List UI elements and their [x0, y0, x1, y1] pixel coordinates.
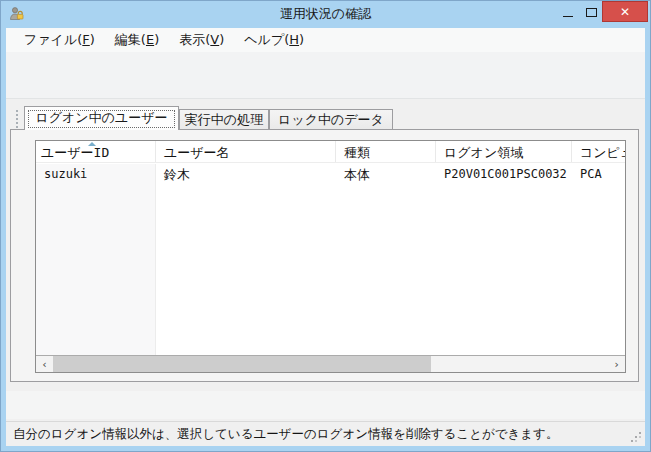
menu-file[interactable]: ファイル(F) [14, 28, 105, 52]
toolbar: ✕ 閉じる 更新 × 削除 ? ヘルプ [6, 52, 645, 99]
list-body: suzuki 鈴木 本体 P20V01C001PSC0032 PCA [36, 164, 625, 355]
resize-grip[interactable] [629, 430, 641, 442]
minimize-button[interactable] [557, 0, 579, 24]
window-title: 運用状況の確認 [0, 0, 651, 28]
horizontal-scrollbar[interactable]: ‹ › [36, 355, 625, 372]
tab-running-processes[interactable]: 実行中の処理 [179, 109, 269, 130]
list-header: ユーザーID ユーザー名 種類 ログオン領域 コンピュータ名 [36, 141, 625, 163]
close-icon: ✕ [620, 5, 630, 19]
cell-user-name: 鈴木 [156, 164, 336, 184]
tab-focus-rect [28, 110, 175, 128]
sorted-column-tint [36, 164, 156, 355]
cell-logon-area: P20V01C001PSC0032 [436, 164, 572, 184]
column-header-logon-area[interactable]: ログオン領域 [436, 141, 572, 162]
column-header-computer[interactable]: コンピュータ名 [572, 141, 625, 162]
table-row[interactable]: suzuki 鈴木 本体 P20V01C001PSC0032 PCA [36, 164, 625, 184]
tab-logged-on-users[interactable]: ログオン中のユーザー [24, 106, 179, 130]
resize-grip-icon [639, 440, 641, 442]
menu-bar: ファイル(F) 編集(E) 表示(V) ヘルプ(H) [6, 28, 645, 52]
minimize-icon [563, 16, 573, 17]
column-header-type[interactable]: 種類 [336, 141, 436, 162]
status-bar: 自分のログオン情報以外は、選択しているユーザーのログオン情報を削除することができ… [6, 421, 645, 446]
sort-ascending-icon [88, 142, 96, 146]
menu-edit[interactable]: 編集(E) [105, 28, 169, 52]
scrollbar-thumb[interactable] [53, 356, 431, 372]
status-message: 自分のログオン情報以外は、選択しているユーザーのログオン情報を削除することができ… [13, 422, 625, 446]
maximize-icon [586, 8, 597, 17]
cell-type: 本体 [336, 164, 436, 184]
scroll-right-arrow[interactable]: › [608, 356, 625, 372]
app-window: 運用状況の確認 ✕ ファイル(F) 編集(E) 表示(V) ヘルプ(H) ✕ 閉… [0, 0, 651, 452]
column-header-user-name[interactable]: ユーザー名 [156, 141, 336, 162]
menu-help[interactable]: ヘルプ(H) [234, 28, 314, 52]
cell-computer: PCA [572, 164, 625, 184]
close-button[interactable]: ✕ [602, 1, 648, 22]
function-key-bar: F1 F2 F3 F4 F5 F6 F7 F8 F9 F10 F11 F12 [6, 391, 645, 419]
maximize-button[interactable] [580, 0, 602, 24]
scroll-left-arrow[interactable]: ‹ [36, 356, 53, 372]
tab-locked-data[interactable]: ロック中のデータ [269, 109, 393, 130]
menu-view[interactable]: 表示(V) [169, 28, 234, 52]
cell-user-id: suzuki [36, 164, 156, 184]
column-header-user-id[interactable]: ユーザーID [36, 141, 156, 162]
users-list-view: ユーザーID ユーザー名 種類 ログオン領域 コンピュータ名 suzuki 鈴木… [35, 140, 626, 373]
title-bar: 運用状況の確認 ✕ [0, 0, 651, 28]
